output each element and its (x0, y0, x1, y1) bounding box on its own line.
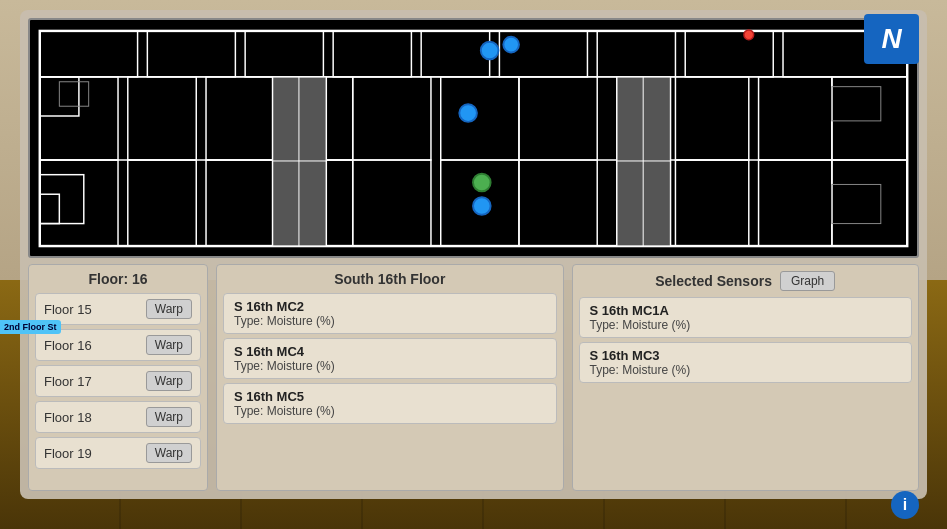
floor-plan-svg (30, 20, 917, 256)
svg-point-50 (473, 197, 491, 215)
sensor-mc5-name: S 16th MC5 (234, 389, 546, 404)
company-logo: N (864, 14, 919, 64)
controls-area: Floor: 16 Floor 15 Warp Floor 16 Warp Fl… (20, 264, 927, 499)
svg-point-46 (481, 42, 499, 60)
selected-sensors-title: Selected Sensors (655, 273, 772, 289)
svg-point-49 (473, 174, 491, 192)
floor-item-19[interactable]: Floor 19 Warp (35, 437, 201, 469)
floor-item-16-label: Floor 16 (44, 338, 92, 353)
logo-symbol: N (881, 23, 901, 55)
floor-item-18-label: Floor 18 (44, 410, 92, 425)
svg-rect-34 (617, 77, 671, 246)
sensor-mc1a[interactable]: S 16th MC1A Type: Moisture (%) (579, 297, 913, 338)
floor-item-15-label: Floor 15 (44, 302, 92, 317)
warp-btn-16[interactable]: Warp (146, 335, 192, 355)
sensor-mc2-type: Type: Moisture (%) (234, 314, 546, 328)
warp-btn-17[interactable]: Warp (146, 371, 192, 391)
sensor-mc2[interactable]: S 16th MC2 Type: Moisture (%) (223, 293, 557, 334)
svg-point-48 (459, 104, 477, 122)
floor-item-18[interactable]: Floor 18 Warp (35, 401, 201, 433)
floor-list-panel: Floor: 16 Floor 15 Warp Floor 16 Warp Fl… (28, 264, 208, 491)
sensor-mc1a-name: S 16th MC1A (590, 303, 902, 318)
floor-sticker: 2nd Floor St (0, 320, 61, 334)
sensor-mc1a-type: Type: Moisture (%) (590, 318, 902, 332)
selected-sensors-panel: Selected Sensors Graph S 16th MC1A Type:… (572, 264, 920, 491)
svg-rect-0 (30, 23, 917, 253)
sensor-mc3-type: Type: Moisture (%) (590, 363, 902, 377)
main-panel: Floor: 16 Floor 15 Warp Floor 16 Warp Fl… (20, 10, 927, 499)
sensor-mc5[interactable]: S 16th MC5 Type: Moisture (%) (223, 383, 557, 424)
warp-btn-15[interactable]: Warp (146, 299, 192, 319)
sensor-mc3-name: S 16th MC3 (590, 348, 902, 363)
floor-map (28, 18, 919, 258)
floor-item-19-label: Floor 19 (44, 446, 92, 461)
warp-btn-19[interactable]: Warp (146, 443, 192, 463)
svg-point-47 (503, 37, 519, 53)
selected-title-row: Selected Sensors Graph (579, 271, 913, 291)
floor-item-17[interactable]: Floor 17 Warp (35, 365, 201, 397)
south-sensors-panel: South 16th Floor S 16th MC2 Type: Moistu… (216, 264, 564, 491)
sensor-mc4-type: Type: Moisture (%) (234, 359, 546, 373)
sensor-mc3[interactable]: S 16th MC3 Type: Moisture (%) (579, 342, 913, 383)
south-sensors-title: South 16th Floor (223, 271, 557, 287)
sensor-mc2-name: S 16th MC2 (234, 299, 546, 314)
floor-item-17-label: Floor 17 (44, 374, 92, 389)
svg-rect-25 (273, 77, 327, 246)
svg-point-51 (744, 30, 754, 40)
floor-list-title: Floor: 16 (35, 271, 201, 287)
warp-btn-18[interactable]: Warp (146, 407, 192, 427)
info-icon[interactable]: i (891, 491, 919, 519)
sensor-mc5-type: Type: Moisture (%) (234, 404, 546, 418)
sensor-mc4[interactable]: S 16th MC4 Type: Moisture (%) (223, 338, 557, 379)
graph-button[interactable]: Graph (780, 271, 835, 291)
floor-item-16[interactable]: Floor 16 Warp (35, 329, 201, 361)
sensor-mc4-name: S 16th MC4 (234, 344, 546, 359)
